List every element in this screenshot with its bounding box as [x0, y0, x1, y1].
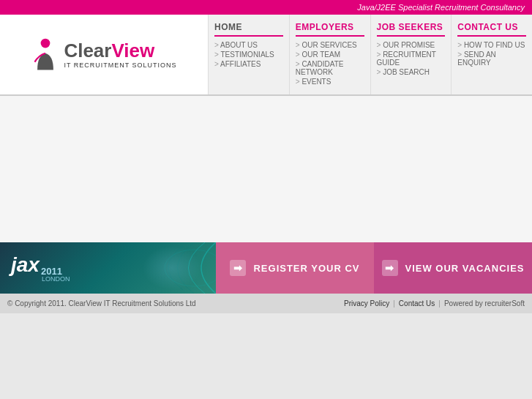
- logo-subtitle: IT RECRUITMENT SOLUTIONS: [64, 61, 176, 69]
- logo-view-text: View: [111, 41, 154, 60]
- nav-col-home: HOME ABOUT US TESTIMONIALS AFFILIATES: [209, 15, 290, 94]
- jax-location: LONDON: [42, 275, 70, 283]
- footer: © Copyright 2011. ClearView IT Recruitme…: [0, 294, 532, 313]
- nav-link-candidate-network[interactable]: CANDIDATE NETWORK: [296, 60, 364, 76]
- nav-link-affiliates[interactable]: AFFILIATES: [214, 60, 283, 68]
- nav-col-contact: CONTACT US HOW TO FIND US SEND AN ENQUIR…: [452, 15, 532, 94]
- jax-logo-text: jax: [11, 253, 40, 277]
- nav-link-send-enquiry[interactable]: SEND AN ENQUIRY: [457, 51, 526, 67]
- nav-link-events[interactable]: EVENTS: [296, 78, 364, 86]
- nav-link-about-us[interactable]: ABOUT US: [214, 41, 283, 49]
- logo-area: Clear View IT RECRUITMENT SOLUTIONS: [0, 15, 209, 94]
- svg-point-0: [41, 38, 50, 48]
- logo-container: Clear View IT RECRUITMENT SOLUTIONS: [31, 37, 176, 73]
- jax-banner[interactable]: jax 2011 LONDON: [0, 242, 216, 294]
- nav-link-recruitment-guide[interactable]: RECRUITMENT GUIDE: [377, 51, 446, 67]
- header: Clear View IT RECRUITMENT SOLUTIONS HOME…: [0, 15, 532, 96]
- register-arrow-icon: ➡: [230, 260, 246, 276]
- top-bar: Java/J2EE Specialist Recruitment Consult…: [0, 0, 532, 15]
- nav-link-job-search[interactable]: JOB SEARCH: [377, 68, 446, 76]
- nav-header-jobseekers: JOB SEEKERS: [377, 22, 446, 37]
- view-vacancies-button[interactable]: ➡ VIEW OUR VACANCIES: [374, 242, 532, 294]
- nav-link-our-services[interactable]: OUR SERVICES: [296, 41, 364, 49]
- nav-header-contact: CONTACT US: [457, 22, 526, 37]
- logo-person-icon: [31, 37, 60, 73]
- footer-powered: Powered by recruiterSoft: [444, 299, 525, 307]
- nav-area: HOME ABOUT US TESTIMONIALS AFFILIATES EM…: [209, 15, 532, 94]
- nav-link-our-team[interactable]: OUR TEAM: [296, 51, 364, 59]
- logo-text-area: Clear View IT RECRUITMENT SOLUTIONS: [64, 41, 176, 69]
- nav-link-testimonials[interactable]: TESTIMONIALS: [214, 51, 283, 59]
- register-cv-button[interactable]: ➡ REGISTER YOUR CV: [216, 242, 374, 294]
- nav-link-how-to-find-us[interactable]: HOW TO FIND US: [457, 41, 526, 49]
- nav-link-our-promise[interactable]: OUR PROMISE: [377, 41, 446, 49]
- footer-links: Privacy Policy | Contact Us | Powered by…: [344, 299, 525, 307]
- nav-col-jobseekers: JOB SEEKERS OUR PROMISE RECRUITMENT GUID…: [371, 15, 452, 94]
- nav-header-home: HOME: [214, 22, 283, 37]
- nav-header-employers: EMPLOYERS: [296, 22, 364, 37]
- footer-copyright: © Copyright 2011. ClearView IT Recruitme…: [7, 299, 196, 307]
- footer-contact-link[interactable]: Contact Us: [399, 299, 435, 307]
- footer-privacy-link[interactable]: Privacy Policy: [344, 299, 389, 307]
- jax-decoration: [99, 242, 216, 294]
- register-cv-label: REGISTER YOUR CV: [253, 263, 359, 274]
- vacancies-arrow-icon: ➡: [382, 260, 398, 276]
- footer-actions: jax 2011 LONDON ➡ REGISTER YOUR CV ➡ VIE…: [0, 242, 532, 294]
- svg-point-1: [165, 250, 216, 286]
- tagline: Java/J2EE Specialist Recruitment Consult…: [357, 3, 525, 12]
- nav-col-employers: EMPLOYERS OUR SERVICES OUR TEAM CANDIDAT…: [290, 15, 371, 94]
- view-vacancies-label: VIEW OUR VACANCIES: [405, 263, 525, 274]
- main-content: [0, 96, 532, 242]
- logo-clear-text: Clear: [64, 41, 111, 60]
